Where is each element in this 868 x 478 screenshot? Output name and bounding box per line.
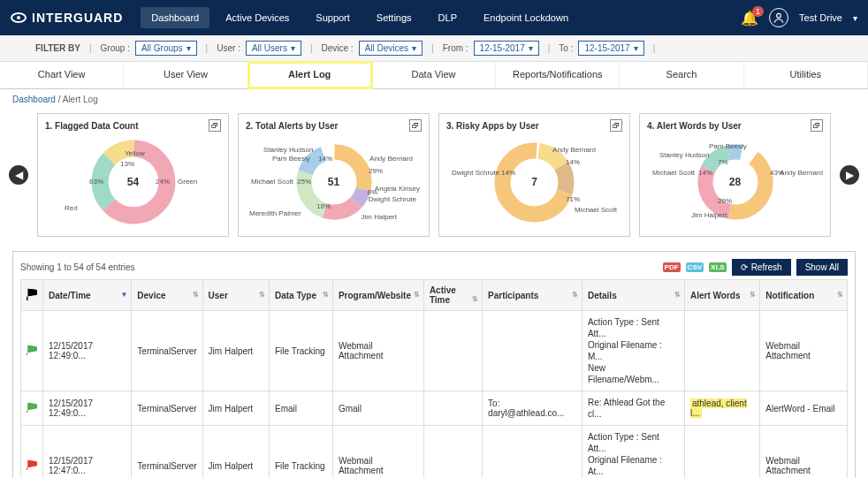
filter-group-label: Group : <box>101 43 130 53</box>
notification-bell-icon[interactable]: 🔔1 <box>741 10 758 27</box>
view-tabs: Chart View User View Alert Log Data View… <box>0 62 868 89</box>
svg-point-0 <box>777 13 781 18</box>
export-xls-icon[interactable]: XLS <box>709 262 727 272</box>
col-program[interactable]: Program/Website⇅ <box>332 280 423 311</box>
col-datetime[interactable]: Date/Time▼ <box>43 280 132 311</box>
cell-alert-words <box>684 426 759 479</box>
nav-endpoint-lockdown[interactable]: Endpoint Lockdown <box>473 7 579 28</box>
carousel-prev-button[interactable]: ◀ <box>9 165 28 185</box>
table-row[interactable]: 12/15/2017 12:49:0... TerminalServer Jim… <box>21 391 848 426</box>
showing-text: Showing 1 to 54 of 54 entries <box>20 262 135 272</box>
widget-total-alerts-by-user: 2. Total Alerts by User 🗗 51 Stanley Hud… <box>238 113 430 237</box>
cell-type: Email <box>269 391 332 426</box>
donut-center: 51 <box>328 176 339 188</box>
chevron-down-icon[interactable]: ▾ <box>853 13 857 23</box>
cell-user: Jim Halpert <box>202 311 269 391</box>
table-row[interactable]: 12/15/2017 12:47:0... TerminalServer Jim… <box>21 426 848 479</box>
donut-center: 28 <box>729 176 741 188</box>
tab-data-view[interactable]: Data View <box>372 62 496 88</box>
export-pdf-icon[interactable]: PDF <box>663 262 681 272</box>
expand-icon[interactable]: 🗗 <box>811 119 823 132</box>
cell-alert-words: athlead, client l... <box>684 391 759 426</box>
cell-notification: Webmail Attachment <box>760 311 848 391</box>
cell-datetime: 12/15/2017 12:49:0... <box>43 311 132 391</box>
cell-user: Jim Halpert <box>202 426 269 479</box>
cell-notification: AlertWord - Email <box>760 391 848 426</box>
col-device[interactable]: Device⇅ <box>132 280 202 311</box>
filter-to-date[interactable]: 12-15-2017▾ <box>578 41 643 56</box>
donut-center: 7 <box>531 176 537 188</box>
nav-active-devices[interactable]: Active Devices <box>215 7 300 28</box>
nav-dlp[interactable]: DLP <box>428 7 468 28</box>
tab-user-view[interactable]: User View <box>124 62 247 88</box>
tab-alert-log[interactable]: Alert Log <box>248 62 372 88</box>
col-participants[interactable]: Participants⇅ <box>483 280 582 311</box>
tab-search[interactable]: Search <box>620 62 743 88</box>
chevron-down-icon: ▾ <box>634 43 638 53</box>
expand-icon[interactable]: 🗗 <box>610 119 622 132</box>
cell-device: TerminalServer <box>132 426 202 479</box>
row-flag-icon <box>27 459 37 470</box>
cell-alert-words <box>684 311 759 391</box>
user-name: Test Drive <box>799 12 842 23</box>
carousel-next-button[interactable]: ▶ <box>840 165 859 185</box>
nav-dashboard[interactable]: Dashboard <box>141 7 209 28</box>
col-active-time[interactable]: Active Time⇅ <box>423 280 482 311</box>
filter-from-date[interactable]: 12-15-2017▾ <box>474 41 539 56</box>
cell-program: Gmail <box>332 391 423 426</box>
cell-program: Webmail Attachment <box>332 311 423 391</box>
table-row[interactable]: 12/15/2017 12:49:0... TerminalServer Jim… <box>21 311 848 391</box>
widget-title: 3. Risky Apps by User <box>446 121 539 131</box>
col-flag[interactable] <box>21 280 43 311</box>
filter-device-select[interactable]: All Devices▾ <box>359 41 423 56</box>
table-header-row: Date/Time▼ Device⇅ User⇅ Data Type⇅ Prog… <box>21 280 848 311</box>
col-notification[interactable]: Notification⇅ <box>760 280 848 311</box>
tab-reports-notifications[interactable]: Reports/Notifications <box>496 62 620 88</box>
notification-badge: 1 <box>752 6 764 17</box>
filter-user-select[interactable]: All Users▾ <box>246 41 301 56</box>
widget-title: 1. Flagged Data Count <box>45 121 139 131</box>
col-details[interactable]: Details⇅ <box>582 280 684 311</box>
widgets-row: ◀ 1. Flagged Data Count 🗗 54 Yellow 13% … <box>0 110 868 246</box>
alert-log-table-panel: Showing 1 to 54 of 54 entries PDF CSV XL… <box>12 251 856 478</box>
export-csv-icon[interactable]: CSV <box>686 262 704 272</box>
col-user[interactable]: User⇅ <box>202 280 269 311</box>
col-data-type[interactable]: Data Type⇅ <box>269 280 332 311</box>
breadcrumb-root[interactable]: Dashboard <box>12 95 56 104</box>
eye-icon <box>11 12 27 23</box>
refresh-icon: ⟳ <box>741 262 748 272</box>
expand-icon[interactable]: 🗗 <box>209 119 221 132</box>
filter-bar: FILTER BY | Group : All Groups▾ | User :… <box>0 35 868 62</box>
nav-items: Dashboard Active Devices Support Setting… <box>141 7 579 28</box>
row-flag-icon <box>27 345 37 355</box>
nav-support[interactable]: Support <box>305 7 361 28</box>
filter-user-label: User : <box>217 43 240 53</box>
brand-text: INTERGUARD <box>32 11 123 25</box>
cell-device: TerminalServer <box>132 311 202 391</box>
cell-user: Jim Halpert <box>202 391 269 426</box>
filter-group-select[interactable]: All Groups▾ <box>135 41 197 56</box>
col-alert-words[interactable]: Alert Words⇅ <box>684 280 759 311</box>
chevron-down-icon: ▾ <box>291 43 295 53</box>
filter-by-label: FILTER BY <box>35 43 80 53</box>
widget-title: 2. Total Alerts by User <box>246 121 338 131</box>
expand-icon[interactable]: 🗗 <box>409 119 422 132</box>
flag-icon <box>27 288 37 300</box>
cell-details: Re: Athlead Got the cl... <box>582 391 684 426</box>
top-nav: INTERGUARD Dashboard Active Devices Supp… <box>0 0 868 35</box>
filter-device-label: Device : <box>322 43 354 53</box>
user-avatar-icon[interactable] <box>769 8 788 27</box>
chevron-down-icon: ▾ <box>412 43 416 53</box>
row-flag-icon <box>27 402 37 413</box>
breadcrumb-current: Alert Log <box>63 95 98 104</box>
chevron-down-icon: ▾ <box>529 43 533 53</box>
cell-type: File Tracking <box>269 311 332 391</box>
tab-chart-view[interactable]: Chart View <box>0 62 124 88</box>
tab-utilities[interactable]: Utilities <box>744 62 868 88</box>
cell-active-time <box>423 311 482 391</box>
show-all-button[interactable]: Show All <box>796 259 848 276</box>
nav-settings[interactable]: Settings <box>366 7 423 28</box>
refresh-button[interactable]: ⟳Refresh <box>732 259 791 276</box>
cell-program: Webmail Attachment <box>332 426 423 479</box>
widget-flagged-data-count: 1. Flagged Data Count 🗗 54 Yellow 13% 24… <box>37 113 229 237</box>
